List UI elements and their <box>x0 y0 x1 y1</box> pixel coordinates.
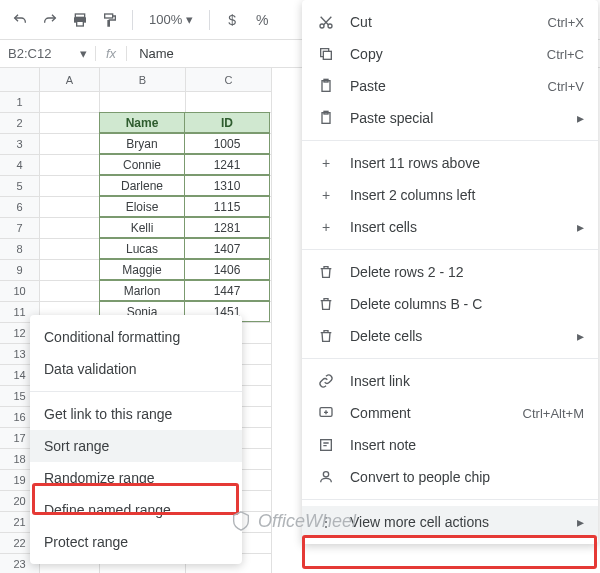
menu-label: Insert cells <box>350 219 563 235</box>
svg-point-5 <box>328 24 332 28</box>
row-header[interactable]: 8 <box>0 239 40 260</box>
menu-item-delete-rows[interactable]: Delete rows 2 - 12 <box>302 256 598 288</box>
column-header[interactable]: C <box>186 68 272 92</box>
chevron-down-icon[interactable]: ▾ <box>80 46 95 61</box>
menu-item-sort-range[interactable]: Sort range <box>30 430 242 462</box>
trash-icon <box>316 328 336 344</box>
menu-label: Delete columns B - C <box>350 296 584 312</box>
menu-label: Data validation <box>44 361 228 377</box>
trash-icon <box>316 296 336 312</box>
fx-icon: fx <box>95 46 127 61</box>
menu-item-cut[interactable]: Cut Ctrl+X <box>302 6 598 38</box>
menu-item-paste[interactable]: Paste Ctrl+V <box>302 70 598 102</box>
table-header-name[interactable]: Name <box>99 112 185 133</box>
table-cell[interactable]: 1310 <box>184 175 270 196</box>
name-box[interactable]: B2:C12 <box>0 46 80 61</box>
table-cell[interactable]: 1281 <box>184 217 270 238</box>
table-cell[interactable]: 1407 <box>184 238 270 259</box>
chevron-right-icon: ▸ <box>577 110 584 126</box>
row-header[interactable]: 2 <box>0 113 40 134</box>
undo-icon[interactable] <box>8 8 32 32</box>
row-header[interactable]: 7 <box>0 218 40 239</box>
menu-item-insert-rows[interactable]: + Insert 11 rows above <box>302 147 598 179</box>
row-header[interactable]: 5 <box>0 176 40 197</box>
separator <box>132 10 133 30</box>
chevron-right-icon: ▸ <box>577 514 584 530</box>
column-header[interactable]: B <box>100 68 186 92</box>
svg-rect-6 <box>323 51 331 59</box>
select-all-corner[interactable] <box>0 68 40 92</box>
row-header[interactable]: 4 <box>0 155 40 176</box>
svg-rect-0 <box>75 14 84 17</box>
menu-item-copy[interactable]: Copy Ctrl+C <box>302 38 598 70</box>
print-icon[interactable] <box>68 8 92 32</box>
row-header[interactable]: 3 <box>0 134 40 155</box>
zoom-value: 100% <box>149 12 182 27</box>
separator <box>209 10 210 30</box>
menu-item-data-validation[interactable]: Data validation <box>30 353 242 385</box>
formula-input[interactable]: Name <box>127 46 186 61</box>
menu-item-insert-cols[interactable]: + Insert 2 columns left <box>302 179 598 211</box>
link-icon <box>316 373 336 389</box>
menu-item-randomize-range[interactable]: Randomize range <box>30 462 242 494</box>
person-icon <box>316 469 336 485</box>
menu-item-insert-note[interactable]: Insert note <box>302 429 598 461</box>
menu-item-conditional-formatting[interactable]: Conditional formatting <box>30 321 242 353</box>
menu-shortcut: Ctrl+Alt+M <box>523 406 584 421</box>
table-cell[interactable]: 1005 <box>184 133 270 154</box>
table-cell[interactable]: Bryan <box>99 133 185 154</box>
table-header-id[interactable]: ID <box>184 112 270 133</box>
menu-label: Define named range <box>44 502 228 518</box>
table-cell[interactable]: Eloise <box>99 196 185 217</box>
menu-label: Insert link <box>350 373 584 389</box>
menu-item-named-range[interactable]: Define named range <box>30 494 242 526</box>
menu-item-insert-cells[interactable]: + Insert cells ▸ <box>302 211 598 243</box>
menu-item-view-more[interactable]: ⋮ View more cell actions ▸ <box>302 506 598 538</box>
table-cell[interactable]: 1241 <box>184 154 270 175</box>
comment-icon <box>316 405 336 421</box>
menu-item-people-chip[interactable]: Convert to people chip <box>302 461 598 493</box>
row-header[interactable]: 6 <box>0 197 40 218</box>
table-cell[interactable]: Darlene <box>99 175 185 196</box>
plus-icon: + <box>316 155 336 171</box>
paint-format-icon[interactable] <box>98 8 122 32</box>
redo-icon[interactable] <box>38 8 62 32</box>
menu-label: Copy <box>350 46 533 62</box>
more-icon: ⋮ <box>316 514 336 530</box>
table-cell[interactable]: 1406 <box>184 259 270 280</box>
trash-icon <box>316 264 336 280</box>
menu-label: Sort range <box>44 438 228 454</box>
menu-item-delete-cols[interactable]: Delete columns B - C <box>302 288 598 320</box>
table-cell[interactable]: Marlon <box>99 280 185 301</box>
zoom-select[interactable]: 100%▾ <box>143 12 199 27</box>
cut-icon <box>316 14 336 30</box>
row-header[interactable]: 10 <box>0 281 40 302</box>
menu-label: Insert 11 rows above <box>350 155 584 171</box>
chevron-right-icon: ▸ <box>577 328 584 344</box>
row-header[interactable]: 9 <box>0 260 40 281</box>
menu-item-get-link[interactable]: Get link to this range <box>30 398 242 430</box>
row-header[interactable]: 1 <box>0 92 40 113</box>
menu-label: Protect range <box>44 534 228 550</box>
menu-separator <box>302 140 598 141</box>
table-cell[interactable]: Connie <box>99 154 185 175</box>
currency-format-button[interactable]: $ <box>220 8 244 32</box>
paste-icon <box>316 78 336 94</box>
menu-label: Delete rows 2 - 12 <box>350 264 584 280</box>
table-cell[interactable]: Kelli <box>99 217 185 238</box>
menu-item-insert-link[interactable]: Insert link <box>302 365 598 397</box>
table-cell[interactable]: 1115 <box>184 196 270 217</box>
menu-item-protect-range[interactable]: Protect range <box>30 526 242 558</box>
note-icon <box>316 437 336 453</box>
menu-item-delete-cells[interactable]: Delete cells ▸ <box>302 320 598 352</box>
table-cell[interactable]: 1447 <box>184 280 270 301</box>
menu-item-comment[interactable]: Comment Ctrl+Alt+M <box>302 397 598 429</box>
percent-format-button[interactable]: % <box>250 8 274 32</box>
menu-item-paste-special[interactable]: Paste special ▸ <box>302 102 598 134</box>
table-cell[interactable]: Maggie <box>99 259 185 280</box>
table-cell[interactable]: Lucas <box>99 238 185 259</box>
plus-icon: + <box>316 187 336 203</box>
chevron-right-icon: ▸ <box>577 219 584 235</box>
column-header[interactable]: A <box>40 68 100 92</box>
menu-shortcut: Ctrl+V <box>548 79 584 94</box>
